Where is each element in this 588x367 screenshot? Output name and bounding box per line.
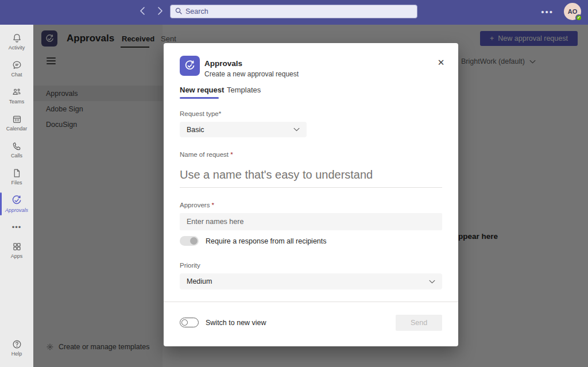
more-options-button[interactable]: ••• xyxy=(541,0,554,23)
active-tab-underline xyxy=(180,97,219,99)
request-type-label: Request type* xyxy=(180,110,221,117)
chevron-left-icon xyxy=(140,7,145,17)
teams-window: ••• AO ✓ Activity Chat Teams Calendar Ca… xyxy=(0,0,588,367)
dialog-tab-new-request[interactable]: New request xyxy=(180,86,224,94)
switch-to-new-view-toggle[interactable]: Switch to new view xyxy=(180,318,266,327)
priority-label: Priority xyxy=(180,262,200,269)
name-of-request-label: Name of request * xyxy=(180,151,233,158)
rail-item-teams[interactable]: Teams xyxy=(0,82,33,109)
chevron-down-icon xyxy=(429,280,435,284)
presence-available-icon: ✓ xyxy=(575,14,582,21)
close-icon: ✕ xyxy=(438,57,445,67)
calendar-icon xyxy=(11,114,22,125)
approvals-app-logo xyxy=(180,56,200,76)
rail-item-files[interactable]: Files xyxy=(0,163,33,190)
people-icon xyxy=(11,87,22,98)
search-input[interactable] xyxy=(185,7,412,16)
approvers-input[interactable] xyxy=(180,213,442,230)
name-of-request-input[interactable] xyxy=(180,163,442,188)
new-approval-request-dialog: Approvals Create a new approval request … xyxy=(164,43,458,346)
app-rail: Activity Chat Teams Calendar Calls Files… xyxy=(0,25,33,367)
approvers-label: Approvers * xyxy=(180,202,214,208)
rail-item-help[interactable]: Help xyxy=(0,334,33,361)
request-type-dropdown[interactable]: Basic xyxy=(180,122,307,137)
avatar[interactable]: AO ✓ xyxy=(564,3,581,20)
chevron-right-icon xyxy=(158,7,163,17)
toggle-on-icon xyxy=(180,236,199,246)
rail-item-activity[interactable]: Activity xyxy=(0,28,33,55)
ellipsis-icon: ••• xyxy=(12,223,22,231)
phone-icon xyxy=(11,141,22,152)
send-button[interactable]: Send xyxy=(396,315,442,331)
footer-divider xyxy=(164,302,458,302)
rail-item-calls[interactable]: Calls xyxy=(0,136,33,163)
search-icon xyxy=(175,6,182,17)
dialog-tab-templates[interactable]: Templates xyxy=(227,86,261,94)
required-asterisk: * xyxy=(230,151,233,158)
rail-more-apps-button[interactable]: ••• xyxy=(0,217,33,237)
back-button[interactable] xyxy=(137,6,147,17)
approvals-icon xyxy=(11,195,22,206)
bell-icon xyxy=(11,33,22,44)
top-bar: ••• AO ✓ xyxy=(0,0,588,25)
toggle-off-icon xyxy=(180,318,199,327)
rail-item-calendar[interactable]: Calendar xyxy=(0,109,33,136)
avatar-initials: AO xyxy=(568,8,578,15)
rail-item-apps[interactable]: Apps xyxy=(0,237,33,264)
help-icon xyxy=(11,339,22,350)
apps-grid-icon xyxy=(11,241,22,252)
forward-button[interactable] xyxy=(155,6,165,17)
chevron-down-icon xyxy=(293,128,300,132)
rail-item-approvals[interactable]: Approvals xyxy=(0,190,33,217)
rail-item-chat[interactable]: Chat xyxy=(0,55,33,82)
close-button[interactable]: ✕ xyxy=(435,57,447,68)
require-response-toggle[interactable]: Require a response from all recipients xyxy=(180,236,327,246)
active-item-indicator xyxy=(0,192,2,215)
chat-bubble-icon xyxy=(11,60,22,71)
ellipsis-icon: ••• xyxy=(541,7,554,17)
required-asterisk: * xyxy=(212,202,214,208)
dialog-title: Approvals xyxy=(204,59,242,68)
dialog-subtitle: Create a new approval request xyxy=(204,70,299,78)
priority-dropdown[interactable]: Medium xyxy=(180,273,442,289)
file-icon xyxy=(11,168,22,179)
search-box[interactable] xyxy=(170,5,417,18)
